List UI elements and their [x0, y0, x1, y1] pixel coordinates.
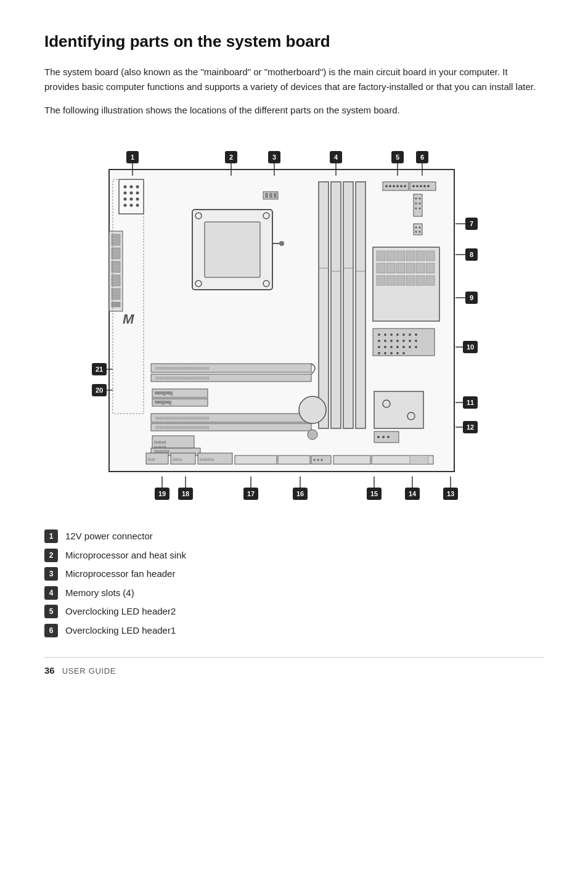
svg-rect-143 [426, 263, 435, 273]
legend-badge-3: 3 [44, 567, 58, 581]
svg-point-69 [130, 192, 133, 195]
svg-point-75 [130, 204, 133, 207]
svg-rect-133 [386, 251, 395, 261]
svg-point-76 [136, 204, 139, 207]
svg-text:||||||||||||||||||||||||||||||: ||||||||||||||||||||||||||||||||||||||||… [155, 376, 210, 380]
svg-rect-203 [278, 456, 310, 464]
page-number: 36 [44, 664, 55, 678]
svg-rect-148 [416, 276, 425, 285]
legend-item-5: 5 Overclocking LED header2 [44, 605, 544, 619]
svg-point-110 [396, 185, 399, 187]
svg-point-158 [378, 340, 380, 342]
svg-point-175 [396, 352, 399, 354]
svg-point-122 [415, 203, 417, 205]
svg-text:||||||||||||||||||||||||||||||: ||||||||||||||||||||||||||||||||||||||||… [155, 366, 210, 370]
svg-point-157 [415, 333, 417, 336]
svg-text:IIIIIII||IIII||: IIIIIII||IIII|| [155, 391, 173, 396]
svg-text:21: 21 [96, 366, 103, 373]
page-container: Identifying parts on the system board Th… [0, 0, 588, 708]
svg-text:4: 4 [334, 153, 338, 161]
legend-item-1: 1 12V power connector [44, 529, 544, 544]
svg-rect-137 [426, 251, 435, 261]
svg-rect-140 [396, 263, 405, 273]
svg-point-70 [136, 192, 139, 195]
svg-point-154 [396, 333, 399, 336]
svg-text:6: 6 [420, 153, 424, 161]
svg-rect-141 [406, 263, 415, 273]
svg-point-200 [314, 459, 316, 461]
svg-text:3: 3 [272, 153, 276, 161]
svg-point-72 [130, 198, 133, 201]
svg-rect-126 [414, 224, 422, 235]
svg-point-111 [400, 185, 402, 187]
svg-point-215 [377, 436, 380, 438]
page-footer: 36 User Guide [44, 657, 544, 678]
svg-text:7: 7 [470, 220, 473, 227]
svg-point-121 [419, 198, 421, 200]
svg-rect-135 [406, 251, 415, 261]
svg-point-166 [384, 346, 386, 348]
svg-point-125 [419, 208, 421, 210]
legend-badge-6: 6 [44, 624, 58, 637]
intro-paragraph-1: The system board (also known as the "mai… [44, 65, 544, 94]
legend-badge-2: 2 [44, 549, 58, 562]
legend-label-3: Microprocessor fan header [65, 567, 175, 581]
svg-rect-139 [386, 263, 395, 273]
svg-text:IIoIIo: IIoIIo [173, 457, 182, 462]
intro-paragraph-2: The following illustration shows the loc… [44, 103, 544, 118]
svg-text:IIIIII||IIII||: IIIIII||IIII|| [155, 400, 171, 405]
svg-point-116 [420, 185, 422, 187]
svg-point-151 [378, 333, 380, 336]
svg-point-174 [390, 352, 393, 354]
svg-rect-97 [274, 193, 277, 198]
svg-rect-149 [426, 276, 435, 285]
svg-rect-101 [356, 182, 365, 428]
svg-rect-138 [377, 263, 385, 273]
svg-rect-198 [333, 456, 370, 464]
svg-point-129 [415, 231, 417, 233]
svg-point-115 [416, 185, 419, 187]
svg-point-161 [396, 340, 399, 342]
svg-point-217 [387, 436, 390, 438]
svg-point-152 [384, 333, 386, 336]
svg-text:14: 14 [409, 490, 417, 497]
svg-point-162 [402, 340, 405, 342]
board-svg-wrapper: 1 2 3 4 5 6 [72, 133, 516, 515]
svg-point-118 [427, 185, 430, 187]
svg-text:15: 15 [370, 490, 378, 497]
svg-text:||||||||||||||||||||||||||||||: ||||||||||||||||||||||||||||||||||||||||… [155, 416, 210, 420]
page-title: Identifying parts on the system board [44, 30, 544, 54]
svg-text:20: 20 [96, 386, 103, 394]
svg-point-159 [384, 340, 386, 342]
svg-point-112 [404, 185, 406, 187]
svg-point-67 [136, 186, 139, 189]
svg-point-74 [124, 204, 127, 207]
svg-text:IIoIIoII: IIoIIoII [154, 440, 166, 444]
svg-point-108 [389, 185, 391, 187]
svg-rect-204 [235, 456, 277, 464]
svg-text:1: 1 [131, 153, 134, 161]
legend-item-2: 2 Microprocessor and heat sink [44, 549, 544, 563]
svg-rect-119 [414, 194, 422, 216]
legend-badge-1: 1 [44, 529, 58, 543]
svg-rect-134 [396, 251, 405, 261]
svg-text:IIoIIoIIo: IIoIIoIIo [200, 457, 214, 462]
svg-point-170 [409, 346, 411, 348]
svg-text:18: 18 [182, 490, 189, 497]
svg-point-65 [124, 186, 127, 189]
svg-text:M: M [123, 311, 134, 327]
legend-label-6: Overclocking LED header1 [65, 624, 176, 638]
svg-point-73 [136, 198, 139, 201]
svg-point-173 [384, 352, 386, 354]
svg-point-127 [415, 227, 417, 229]
svg-point-117 [423, 185, 426, 187]
legend-badge-4: 4 [44, 586, 58, 600]
svg-point-168 [396, 346, 399, 348]
svg-point-114 [412, 185, 415, 187]
svg-text:||||||||||||||||||||||||||||||: ||||||||||||||||||||||||||||||||||||||||… [155, 425, 210, 429]
svg-point-194 [299, 396, 326, 423]
page-label: User Guide [62, 665, 116, 677]
svg-point-195 [308, 430, 317, 439]
svg-point-93 [279, 241, 284, 246]
svg-rect-136 [416, 251, 425, 261]
